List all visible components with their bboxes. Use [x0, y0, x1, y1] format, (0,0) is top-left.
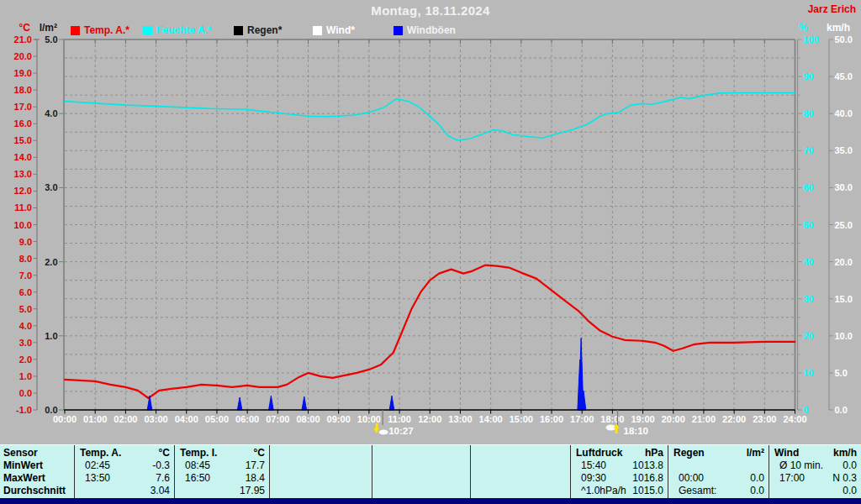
- table-column-header: [372, 447, 470, 459]
- table-cell-time: [270, 459, 280, 472]
- x-axis-label: 09:00: [327, 414, 351, 424]
- table-row: [270, 472, 372, 485]
- temp-axis-label: 18.0: [14, 85, 32, 95]
- table-row: Ø 10 min.0.0: [769, 459, 861, 472]
- table-column-header: Temp. I.°C: [175, 447, 269, 459]
- table-column-header: Regenl/m²: [668, 447, 769, 459]
- temp-axis-label: 2.0: [19, 354, 32, 365]
- table-cell-value: 17.7: [246, 459, 269, 472]
- temp-axis-label: -1.0: [16, 405, 32, 415]
- table-cell-time: 00:00: [668, 472, 704, 485]
- wind-axis-label: 35.0: [835, 145, 853, 155]
- temp-axis-label: 11.0: [14, 202, 32, 213]
- table-row: 13:507.6: [75, 472, 174, 485]
- table-cell-time: 17:00: [769, 472, 805, 485]
- wind-axis-label: 40.0: [835, 108, 853, 118]
- temp-axis-label: 13.0: [14, 169, 32, 179]
- wind-axis-label: 30.0: [835, 182, 853, 192]
- table-cell-time: [471, 485, 481, 497]
- humidity-axis-label: 20: [804, 331, 814, 341]
- stats-table: SensorMinWertMaxWertDurchschnittTemp. A.…: [0, 444, 861, 498]
- sensor-name: [270, 447, 275, 459]
- wind-axis-label: 50.0: [835, 34, 853, 45]
- wind-axis-label: 25.0: [835, 220, 853, 230]
- table-cell-time: [372, 485, 383, 497]
- x-axis-label: 05:00: [205, 414, 229, 424]
- table-row: 00:000.0: [668, 472, 769, 485]
- sun-marker-up-icon: [615, 428, 618, 434]
- temp-axis-label: 9.0: [19, 237, 32, 247]
- humidity-axis-label: 10: [804, 368, 814, 378]
- x-axis-label: 17:00: [570, 414, 594, 424]
- table-row-labels: SensorMinWertMaxWertDurchschnitt: [0, 445, 74, 498]
- rain-axis-label: 2.0: [45, 257, 57, 267]
- table-row-label: MinWert: [0, 459, 74, 472]
- humidity-axis-label: 70: [804, 145, 814, 155]
- table-column-temp-i: Temp. I.°C08:4517.716:5018.417.95: [174, 445, 269, 498]
- table-row: Gesamt:0.0: [668, 485, 769, 497]
- sensor-unit: °C: [159, 447, 174, 459]
- series-spike-windb-en: [269, 396, 274, 410]
- wind-axis-label: 10.0: [835, 331, 853, 341]
- table-row: [372, 459, 470, 472]
- humidity-axis-label: 80: [804, 108, 814, 118]
- table-column-header: Windkm/h: [769, 447, 861, 459]
- sun-marker-time: 10:27: [388, 426, 413, 436]
- table-column-luftdruck: LuftdruckhPa15:401013.809:301016.8^1.0hP…: [570, 445, 668, 498]
- table-row: [471, 472, 570, 485]
- table-cell-time: [372, 472, 383, 485]
- temp-axis-label: 6.0: [19, 287, 32, 297]
- table-cell-time: [769, 485, 779, 497]
- series-spike-windb-en: [389, 396, 394, 410]
- temp-axis-label: 4.0: [19, 321, 32, 331]
- x-axis-label: 16:00: [540, 414, 563, 424]
- temp-axis-label: 0.0: [19, 388, 32, 398]
- x-axis-label: 19:00: [631, 414, 654, 424]
- temp-axis-label: 5.0: [19, 304, 32, 314]
- humidity-axis-label: 60: [804, 182, 814, 192]
- x-axis-label: 07:00: [266, 414, 289, 424]
- table-cell-time: 15:40: [571, 459, 606, 472]
- table-row: 16:5018.4: [175, 472, 269, 485]
- table-cell-value: 1013.8: [632, 459, 668, 472]
- weather-chart: 21.020.019.018.017.016.015.014.013.012.0…: [0, 0, 861, 444]
- temp-axis-label: 19.0: [14, 68, 32, 78]
- table-row: 15:401013.8: [571, 459, 668, 472]
- temp-axis-label: 20.0: [14, 51, 32, 61]
- x-axis-label: 12:00: [418, 414, 441, 424]
- table-cell-time: [668, 459, 679, 472]
- rain-axis-label: 5.0: [45, 34, 57, 45]
- table-cell-time: [270, 485, 280, 497]
- temp-axis-label: 17.0: [14, 102, 32, 112]
- humidity-axis-label: 90: [804, 71, 814, 81]
- table-cell-value: 0.0: [750, 472, 769, 485]
- sensor-name: Temp. I.: [175, 447, 217, 459]
- table-cell-time: [372, 459, 383, 472]
- sensor-name: Regen: [668, 447, 705, 459]
- x-axis-label: 03:00: [144, 414, 167, 424]
- sensor-name: Wind: [769, 447, 799, 459]
- x-axis-label: 20:00: [662, 414, 685, 424]
- x-axis-label: 06:00: [235, 414, 259, 424]
- table-row: 08:4517.7: [175, 459, 269, 472]
- table-column-regen: Regenl/m²00:000.0Gesamt:0.0: [668, 445, 769, 498]
- temp-axis-label: 8.0: [19, 254, 32, 264]
- table-column-empty: [269, 445, 372, 498]
- table-row: 17.95: [175, 485, 269, 497]
- temp-axis-label: 16.0: [14, 118, 32, 129]
- series-spike-windb-en: [237, 397, 242, 410]
- table-cell-value: 3.04: [151, 485, 174, 497]
- table-cell-value: 7.6: [156, 472, 174, 485]
- humidity-axis-label: 40: [804, 257, 814, 267]
- table-row: 09:301016.8: [571, 472, 668, 485]
- table-cell-time: [471, 459, 481, 472]
- table-column-header: [471, 447, 570, 459]
- bottom-bar: [0, 498, 861, 504]
- series-line-feuchte-a: [65, 93, 795, 141]
- x-axis-label: 14:00: [479, 414, 503, 424]
- table-cell-value: 1016.8: [632, 472, 668, 485]
- table-cell-value: 1015.0: [632, 485, 668, 497]
- humidity-axis-label: 30: [804, 294, 814, 304]
- sensor-unit: °C: [254, 447, 269, 459]
- table-cell-time: [471, 472, 481, 485]
